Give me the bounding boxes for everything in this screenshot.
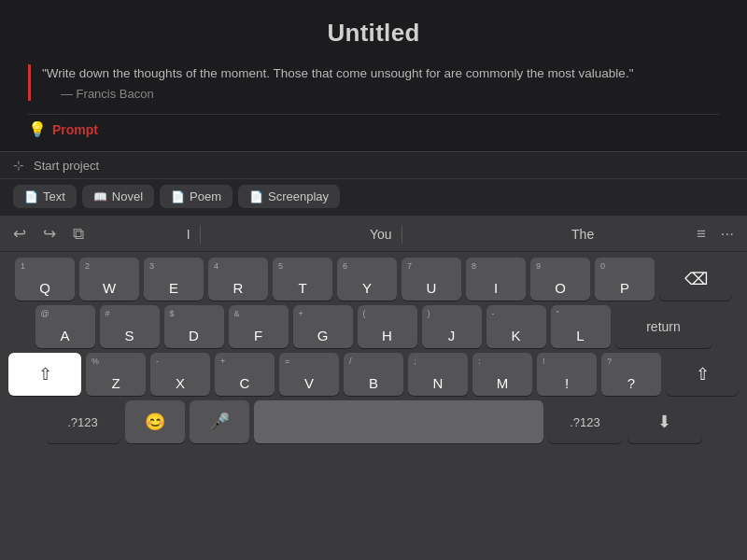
key-m[interactable]: :M [472, 353, 532, 396]
start-project-toolbar: ⊹ Start project [0, 151, 747, 179]
num123-left-key[interactable]: .?123 [46, 400, 120, 443]
num123-right-key[interactable]: .?123 [548, 400, 623, 443]
kb-toolbar-left: ↩ ↪ ⧉ [9, 222, 88, 245]
prompt-icon: 💡 [28, 120, 47, 138]
key-z[interactable]: %Z [86, 353, 146, 396]
prompt-row: 💡 Prompt [28, 114, 719, 142]
kb-toolbar-right: ≡ ··· [693, 223, 738, 245]
cursor-icon: ⊹ [13, 158, 24, 173]
delete-key[interactable]: ⌫ [659, 258, 732, 301]
key-s[interactable]: #S [100, 305, 160, 348]
key-b[interactable]: /B [344, 353, 403, 396]
text-tab-icon: 📄 [24, 190, 38, 203]
key-v[interactable]: =V [279, 353, 339, 396]
tab-poem[interactable]: 📄 Poem [160, 185, 233, 208]
poem-tab-icon: 📄 [171, 190, 185, 203]
content-area: Untitled "Write down the thoughts of the… [0, 0, 747, 151]
tab-screenplay[interactable]: 📄 Screenplay [238, 185, 340, 208]
keyboard-toolbar: ↩ ↪ ⧉ I You The ≡ ··· [0, 217, 747, 252]
screenplay-tab-icon: 📄 [249, 190, 263, 203]
text-tab-label: Text [43, 189, 65, 203]
type-tabs: 📄 Text 📖 Novel 📄 Poem 📄 Screenplay [0, 179, 747, 217]
start-project-label: Start project [34, 159, 99, 173]
novel-tab-label: Novel [112, 189, 143, 203]
novel-tab-icon: 📖 [93, 190, 107, 203]
key-question[interactable]: ?? [601, 353, 661, 396]
word-suggestions: I You The [97, 225, 684, 244]
quote-text: "Write down the thoughts of the moment. … [42, 64, 719, 83]
return-key[interactable]: return [615, 305, 712, 348]
quote-attribution: — Francis Bacon [42, 87, 719, 101]
key-i[interactable]: 8I [466, 258, 526, 301]
word-suggestion-the[interactable]: The [562, 225, 603, 244]
key-c[interactable]: +C [215, 353, 275, 396]
key-k[interactable]: -K [486, 305, 546, 348]
prompt-label: Prompt [52, 122, 98, 137]
mic-key[interactable]: 🎤 [190, 400, 249, 443]
word-suggestion-you[interactable]: You [360, 225, 402, 244]
more-icon[interactable]: ··· [717, 223, 738, 245]
keyboard-row-3: ⇧ %Z -X +C =V /B ;N :M !! ?? ⇧ [4, 353, 743, 396]
key-j[interactable]: )J [422, 305, 482, 348]
key-l[interactable]: "L [551, 305, 611, 348]
tab-novel[interactable]: 📖 Novel [82, 185, 154, 208]
quote-block: "Write down the thoughts of the moment. … [28, 64, 719, 101]
key-d[interactable]: $D [164, 305, 224, 348]
keyboard-row-4: .?123 😊 🎤 .?123 ⬇ [4, 400, 743, 443]
space-key[interactable] [254, 400, 543, 443]
key-a[interactable]: @A [35, 305, 95, 348]
hide-keyboard-key[interactable]: ⬇ [627, 400, 702, 443]
key-y[interactable]: 6Y [337, 258, 397, 301]
key-x[interactable]: -X [150, 353, 210, 396]
redo-icon[interactable]: ↪ [39, 222, 60, 245]
key-h[interactable]: (H [358, 305, 417, 348]
document-title: Untitled [28, 19, 719, 48]
key-n[interactable]: ;N [408, 353, 468, 396]
copy-icon[interactable]: ⧉ [69, 223, 88, 245]
list-icon[interactable]: ≡ [693, 223, 710, 245]
word-suggestion-i[interactable]: I [177, 225, 201, 244]
key-q[interactable]: 1Q [15, 258, 75, 301]
key-o[interactable]: 9O [530, 258, 590, 301]
key-f[interactable]: &F [229, 305, 289, 348]
key-r[interactable]: 4R [208, 258, 268, 301]
emoji-key[interactable]: 😊 [125, 400, 185, 443]
right-shift-key[interactable]: ⇧ [666, 353, 739, 396]
keyboard-row-2: @A #S $D &F +G (H )J -K "L return [4, 305, 743, 348]
poem-tab-label: Poem [190, 189, 221, 203]
left-shift-key[interactable]: ⇧ [8, 353, 81, 396]
keyboard-row-1: 1Q 2W 3E 4R 5T 6Y 7U 8I 9O 0P ⌫ [4, 258, 743, 301]
key-w[interactable]: 2W [79, 258, 139, 301]
key-p[interactable]: 0P [595, 258, 655, 301]
keyboard: 1Q 2W 3E 4R 5T 6Y 7U 8I 9O 0P ⌫ @A #S $D… [0, 252, 747, 560]
key-u[interactable]: 7U [402, 258, 461, 301]
key-g[interactable]: +G [293, 305, 353, 348]
undo-icon[interactable]: ↩ [9, 222, 30, 245]
key-t[interactable]: 5T [273, 258, 332, 301]
screenplay-tab-label: Screenplay [268, 189, 329, 203]
tab-text[interactable]: 📄 Text [13, 185, 77, 208]
key-e[interactable]: 3E [144, 258, 204, 301]
key-excl[interactable]: !! [537, 353, 597, 396]
